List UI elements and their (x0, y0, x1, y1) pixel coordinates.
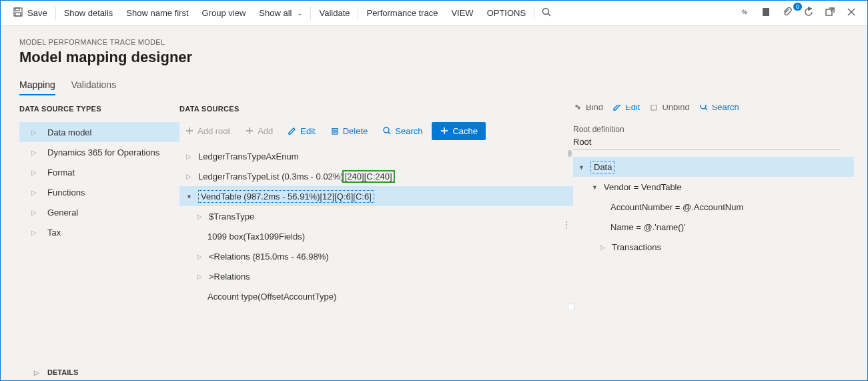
tree-row-relations-out[interactable]: >Relations (179, 266, 573, 286)
unbind-label: Unbind (662, 105, 689, 112)
type-d365[interactable]: Dynamics 365 for Operations (19, 142, 179, 162)
bind-button[interactable]: Bind (573, 105, 603, 112)
cache-label: Cache (452, 126, 478, 136)
model-edit-label: Edit (625, 105, 640, 112)
collapse-icon[interactable] (186, 193, 193, 200)
show-name-first-button[interactable]: Show name first (119, 1, 195, 25)
tree-row-ledger-list[interactable]: LedgerTransTypeList (0.3ms - 0.02%)[240]… (179, 166, 573, 186)
more-icon[interactable]: ⋮ (562, 220, 570, 230)
separator (55, 7, 56, 20)
scrollbar[interactable] (568, 150, 573, 310)
expand-icon (31, 129, 38, 136)
sources-toolbar: Add root Add Edit Delete Search (179, 119, 573, 142)
expand-icon[interactable] (197, 253, 203, 260)
type-data-model[interactable]: Data model (19, 122, 179, 142)
collapse-icon[interactable] (578, 163, 585, 171)
close-icon[interactable] (841, 7, 862, 19)
page-title: Model mapping designer (19, 49, 867, 66)
tree-row-ledger-enum[interactable]: LedgerTransTypeAxEnum (179, 146, 573, 166)
add-root-button: Add root (179, 123, 236, 139)
validate-button[interactable]: Validate (312, 1, 356, 25)
performance-trace-button[interactable]: Performance trace (360, 1, 444, 25)
expand-icon (31, 209, 38, 216)
root-definition-value[interactable]: Root (573, 137, 840, 150)
type-tax[interactable]: Tax (19, 222, 179, 242)
tree-row-account-type[interactable]: Account type(OffsetAccountType) (179, 286, 573, 306)
tree-row-vendtable[interactable]: VendTable (987.2ms - 56.91%)[12][Q:6][C:… (179, 186, 573, 206)
model-label: Name = @.'name()' (610, 222, 685, 232)
type-format[interactable]: Format (19, 162, 179, 182)
svg-line-4 (548, 14, 551, 17)
type-label: General (47, 208, 78, 218)
show-details-label: Show details (64, 8, 113, 18)
unbind-button[interactable]: Unbind (649, 105, 689, 112)
model-toolbar: Bind Edit Unbind Search (573, 105, 854, 117)
expand-icon (31, 169, 38, 176)
delete-button[interactable]: Delete (325, 123, 374, 139)
scroll-end[interactable] (568, 304, 574, 310)
tree-label: >Relations (209, 272, 250, 282)
options-menu[interactable]: OPTIONS (480, 1, 533, 25)
tree-row-transtype[interactable]: $TransType (179, 206, 573, 226)
tree-label: <Relations (815.0ms - 46.98%) (209, 252, 329, 262)
office-icon[interactable] (755, 7, 777, 19)
perf-trace-label: Performance trace (366, 8, 438, 18)
cache-button[interactable]: Cache (432, 122, 486, 140)
svg-point-25 (701, 105, 706, 109)
type-label: Functions (47, 187, 85, 198)
show-all-dropdown[interactable]: Show all ⌄ (252, 1, 309, 25)
type-functions[interactable]: Functions (19, 182, 179, 202)
expand-icon[interactable] (186, 153, 193, 160)
tabs: Mapping Validations (19, 79, 867, 95)
tree-row-1099box[interactable]: 1099 box(Tax1099Fields) (179, 226, 573, 246)
model-label: Data (590, 161, 615, 173)
model-row-account[interactable]: AccountNumber = @.AccountNum (573, 197, 854, 217)
scroll-thumb[interactable] (568, 150, 572, 157)
type-label: Dynamics 365 for Operations (47, 147, 159, 157)
attachments-icon[interactable]: 0 (777, 7, 798, 19)
model-label: Transactions (612, 242, 661, 252)
edit-button[interactable]: Edit (282, 123, 320, 139)
expand-icon[interactable] (197, 273, 203, 280)
type-general[interactable]: General (19, 202, 179, 222)
add-root-label: Add root (197, 126, 230, 136)
sources-heading: DATA SOURCES (179, 105, 573, 113)
tree-label: LedgerTransTypeAxEnum (198, 151, 299, 161)
model-row-vendor[interactable]: Vendor = VendTable (573, 177, 854, 197)
edit-label: Edit (300, 126, 315, 136)
show-details-button[interactable]: Show details (57, 1, 120, 25)
svg-line-20 (388, 132, 390, 134)
expand-icon[interactable] (600, 244, 606, 251)
details-section[interactable]: DETAILS (19, 363, 867, 380)
model-search-button[interactable]: Search (699, 105, 739, 112)
expand-icon[interactable] (197, 213, 203, 220)
model-search-label: Search (712, 105, 739, 112)
view-label: VIEW (451, 8, 473, 18)
svg-rect-6 (826, 9, 832, 15)
model-row-name[interactable]: Name = @.'name()' (573, 217, 854, 237)
tree-label: 1099 box(Tax1099Fields) (207, 232, 305, 242)
save-button[interactable]: Save (6, 1, 54, 25)
expand-icon[interactable] (186, 173, 193, 180)
model-edit-button[interactable]: Edit (612, 105, 640, 112)
link-icon[interactable] (734, 7, 755, 19)
search-button[interactable]: Search (377, 123, 428, 139)
tab-validations[interactable]: Validations (71, 79, 116, 95)
popout-icon[interactable] (819, 7, 841, 19)
badge-count: 0 (793, 3, 802, 11)
search-icon[interactable] (536, 7, 557, 19)
separator (358, 7, 358, 20)
svg-point-19 (384, 127, 389, 133)
view-menu[interactable]: VIEW (444, 1, 480, 25)
tree-label: VendTable (987.2ms - 56.91%)[12][Q:6][C:… (198, 190, 374, 203)
options-label: OPTIONS (487, 8, 526, 18)
tab-mapping[interactable]: Mapping (19, 79, 55, 95)
details-label: DETAILS (47, 368, 78, 376)
root-definition-label: Root definition (573, 125, 854, 134)
collapse-icon[interactable] (592, 183, 598, 191)
model-row-data[interactable]: Data (573, 157, 854, 177)
model-row-transactions[interactable]: Transactions (573, 237, 854, 257)
group-view-button[interactable]: Group view (195, 1, 253, 25)
tree-row-relations-in[interactable]: <Relations (815.0ms - 46.98%) (179, 246, 573, 266)
expand-icon[interactable] (34, 369, 41, 376)
